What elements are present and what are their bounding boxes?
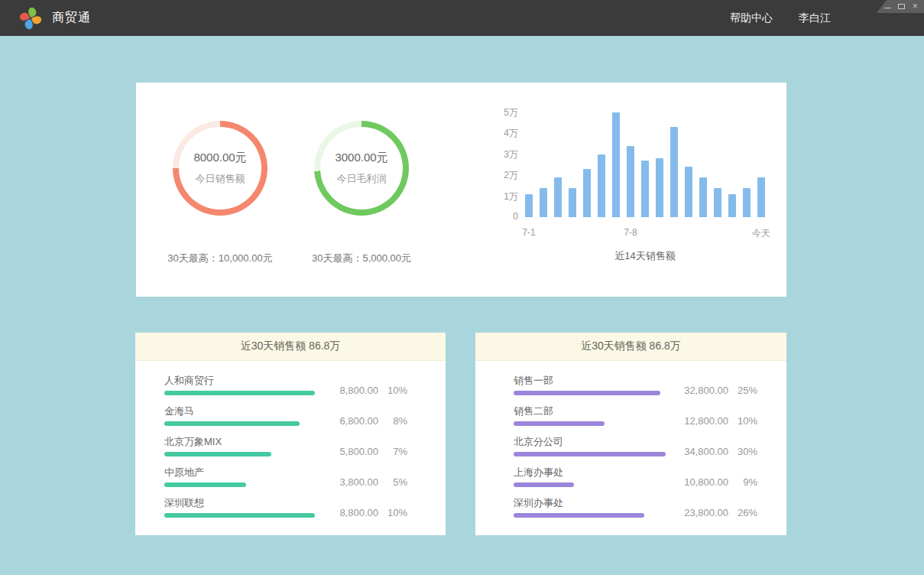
list-item-bar [514, 452, 666, 456]
list-item: 深圳办事处23,800.0026% [514, 497, 757, 528]
chart-bar [554, 177, 562, 217]
list-item-percent: 30% [728, 446, 757, 457]
profit-30d-max-note: 30天最高：5,000.00元 [294, 252, 429, 265]
list-item-amount: 10,800.00 [670, 476, 728, 488]
y-tick-label: 3万 [495, 148, 518, 161]
list-item-value: 32,800.0025% [670, 385, 757, 396]
list-item-amount: 12,800.00 [670, 415, 728, 427]
list-item-percent: 26% [728, 507, 757, 518]
today-profit-gauge-block: 3000.00元 今日毛利润 30天最高：5,000.00元 [294, 121, 429, 265]
list-item-value: 5,800.007% [320, 446, 407, 457]
list-item-percent: 10% [378, 385, 407, 396]
x-tick-label: 7-8 [624, 227, 637, 238]
list-item: 北京分公司34,800.0030% [514, 436, 757, 466]
today-sales-gauge-block: 8000.00元 今日销售额 30天最高：10,000.00元 [153, 121, 287, 265]
list-item-bar [164, 513, 315, 518]
minimize-icon[interactable] [884, 8, 891, 8]
card-header-title: 近30天销售额 86.8万 [135, 333, 446, 361]
list-item-bar [164, 421, 300, 426]
list-item-value: 34,800.0030% [670, 446, 757, 457]
y-tick-label: 1万 [495, 190, 518, 203]
list-item-amount: 8,800.00 [320, 507, 378, 518]
list-item-value: 23,800.0026% [670, 507, 757, 518]
titlebar: 商贸通 帮助中心 李白江 ✕ [0, 0, 924, 36]
list-item-value: 10,800.009% [670, 476, 757, 488]
list-item-percent: 7% [378, 446, 407, 457]
list-item-value: 8,800.0010% [320, 385, 407, 396]
chart-bar [612, 112, 620, 218]
chart-bar [641, 161, 649, 217]
list-item-bar [514, 421, 605, 426]
chart-bar [670, 127, 678, 217]
list-item: 深圳联想8,800.0010% [164, 497, 407, 528]
chart-bars [525, 112, 765, 218]
list-item-amount: 32,800.00 [670, 385, 728, 396]
list-item-value: 12,800.0010% [670, 415, 757, 427]
list-item-bar [164, 482, 246, 487]
customer-sales-rank-card: 近30天销售额 86.8万 人和商贸行8,800.0010%金海马6,800.0… [135, 333, 446, 535]
y-tick-label: 5万 [495, 106, 518, 119]
chart-bar [656, 158, 663, 217]
list-item-bar [514, 482, 574, 487]
list-item-bar [514, 391, 660, 395]
maximize-icon[interactable] [898, 4, 905, 9]
list-item-value: 3,800.005% [320, 476, 407, 488]
department-sales-list: 销售一部32,800.0025%销售二部12,800.0010%北京分公司34,… [475, 361, 786, 528]
today-sales-caption: 今日销售额 [196, 172, 245, 186]
today-summary-card: 8000.00元 今日销售额 30天最高：10,000.00元 3000.00元… [136, 83, 786, 297]
list-item-amount: 8,800.00 [320, 385, 378, 396]
chart-bar [699, 177, 707, 217]
x-tick-label: 7-1 [522, 227, 535, 238]
today-profit-caption: 今日毛利润 [337, 172, 387, 186]
y-tick-label: 2万 [495, 169, 518, 182]
chart-bar [743, 188, 751, 218]
card-header-title: 近30天销售额 86.8万 [475, 333, 786, 361]
chart-bar [569, 188, 576, 218]
chart-plot-area: 5万4万3万2万1万0 [495, 110, 770, 217]
list-item-percent: 8% [378, 415, 407, 427]
list-item-value: 6,800.008% [320, 415, 407, 427]
chart-bar [685, 167, 692, 217]
list-item-value: 8,800.0010% [320, 507, 407, 518]
today-profit-value: 3000.00元 [335, 151, 387, 165]
chart-bar [627, 146, 634, 218]
customer-sales-list: 人和商贸行8,800.0010%金海马6,800.008%北京万象MIX5,80… [135, 361, 446, 528]
list-item-percent: 25% [728, 385, 757, 396]
titlebar-nav: 帮助中心 李白江 [730, 11, 924, 25]
list-item-amount: 34,800.00 [670, 446, 728, 457]
today-profit-donut: 3000.00元 今日毛利润 [314, 121, 409, 216]
current-user-link[interactable]: 李白江 [799, 11, 831, 25]
chart-bar [525, 194, 533, 217]
chart-title: 近14天销售额 [614, 249, 675, 263]
list-item-amount: 3,800.00 [320, 476, 378, 488]
today-sales-donut: 8000.00元 今日销售额 [173, 121, 267, 216]
donut-center: 3000.00元 今日毛利润 [314, 121, 409, 216]
donut-center: 8000.00元 今日销售额 [173, 121, 267, 216]
list-item: 中原地产3,800.005% [164, 466, 407, 497]
chart-bar [714, 188, 721, 218]
sales-14d-bar-chart: 5万4万3万2万1万0 7-17-8今天 近14天销售额 [495, 110, 770, 240]
sales-30d-max-note: 30天最高：10,000.00元 [153, 252, 287, 265]
list-item: 金海马6,800.008% [164, 405, 407, 436]
list-item: 北京万象MIX5,800.007% [164, 436, 407, 466]
chart-bar [598, 154, 605, 218]
list-item-amount: 5,800.00 [320, 446, 378, 457]
chart-x-axis: 7-17-8今天 [495, 217, 770, 240]
chart-y-axis: 5万4万3万2万1万0 [495, 110, 518, 217]
chart-bar [540, 188, 547, 218]
chart-bar [728, 194, 736, 217]
help-center-link[interactable]: 帮助中心 [730, 11, 773, 25]
list-item: 销售二部12,800.0010% [514, 405, 757, 436]
app-title: 商贸通 [52, 10, 91, 26]
chart-bar [757, 177, 765, 217]
app-logo-icon [18, 5, 43, 31]
today-sales-value: 8000.00元 [193, 151, 246, 165]
x-tick-label: 今天 [752, 227, 770, 240]
list-item-percent: 10% [728, 415, 757, 427]
close-icon[interactable]: ✕ [912, 3, 918, 10]
list-item-percent: 5% [378, 476, 407, 488]
list-item-percent: 9% [728, 476, 757, 488]
list-item: 人和商贸行8,800.0010% [164, 375, 407, 405]
y-tick-label: 4万 [495, 127, 518, 140]
chart-bar [583, 169, 591, 217]
